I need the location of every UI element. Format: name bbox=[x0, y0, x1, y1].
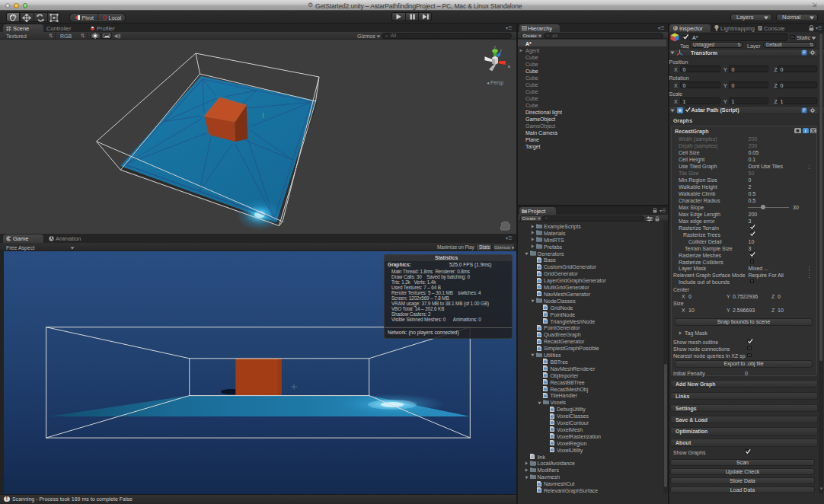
svg-text:#: # bbox=[538, 279, 540, 282]
svg-text:#: # bbox=[551, 435, 553, 439]
svg-text:i: i bbox=[805, 128, 806, 133]
svg-text:#: # bbox=[538, 347, 540, 350]
svg-text:#: # bbox=[538, 483, 540, 486]
svg-text:#: # bbox=[538, 259, 540, 262]
svg-text:#: # bbox=[538, 327, 540, 330]
svg-text:#: # bbox=[545, 368, 546, 371]
svg-text:#: # bbox=[551, 429, 553, 432]
svg-text:#: # bbox=[545, 314, 546, 317]
svg-text:#: # bbox=[538, 490, 540, 493]
svg-text:#: # bbox=[551, 442, 553, 445]
svg-text:#: # bbox=[538, 273, 540, 276]
svg-text:x: x bbox=[508, 64, 510, 69]
svg-text:#: # bbox=[551, 422, 553, 425]
svg-text:#: # bbox=[545, 381, 546, 384]
svg-text:#: # bbox=[538, 286, 540, 289]
svg-text:#: # bbox=[551, 449, 553, 452]
svg-text:#: # bbox=[545, 388, 546, 391]
svg-text:#: # bbox=[551, 408, 553, 411]
svg-text:◂ Persp: ◂ Persp bbox=[487, 80, 503, 86]
svg-text:#: # bbox=[538, 333, 540, 337]
svg-text:#: # bbox=[545, 394, 546, 397]
svg-text:#: # bbox=[551, 415, 553, 418]
svg-text:#: # bbox=[545, 375, 546, 378]
svg-text:#: # bbox=[538, 340, 540, 343]
svg-text:#: # bbox=[545, 307, 546, 310]
svg-text:#: # bbox=[538, 266, 540, 269]
svg-text:#: # bbox=[545, 320, 546, 323]
svg-text:#: # bbox=[545, 361, 546, 364]
svg-text:#: # bbox=[538, 293, 540, 296]
